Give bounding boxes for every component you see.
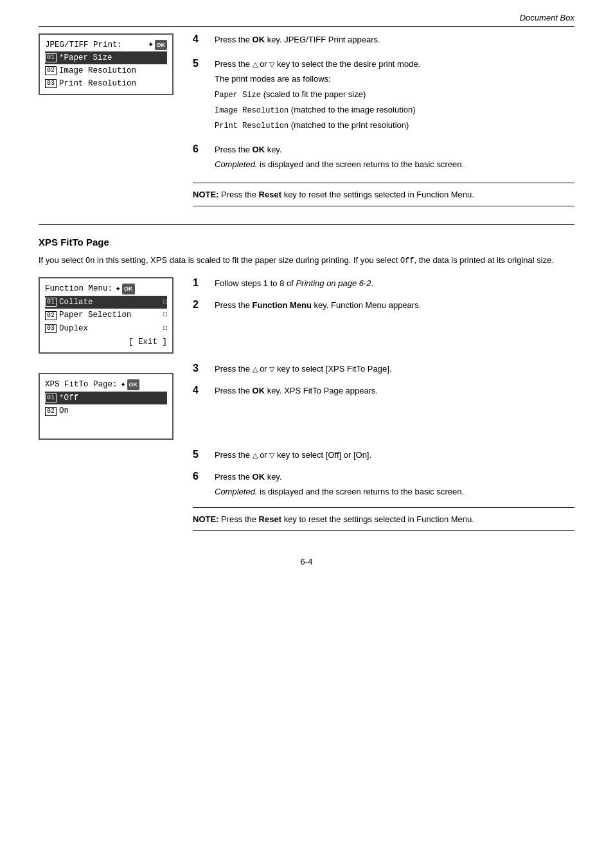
step-5: 5 Press the △ or ▽ key to select the the… <box>193 58 574 134</box>
xps-row-label-1: *Off <box>59 392 78 405</box>
func-row-label-3: Duplex <box>59 322 88 336</box>
step-5-text: Press the △ or ▽ key to select the the d… <box>215 58 574 71</box>
xps-row-label-2: On <box>59 404 69 418</box>
jpeg-steps: 4 Press the OK key. JPEG/TIFF Print appe… <box>193 33 574 213</box>
func-row-label-2: Paper Selection <box>59 309 132 322</box>
func-row-2: 02 Paper Selection □ <box>45 309 167 322</box>
xps-note-text: Press the Reset key to reset the setting… <box>221 514 474 524</box>
xps-step-6: 6 Press the OK key. Completed. is displa… <box>193 471 574 501</box>
row-label-2: Image Resolution <box>59 64 136 77</box>
xps-middle-row: XPS FitTo Page: ✦ OK 01 *Off 02 On <box>39 363 574 440</box>
lcd-header-row: JPEG/TIFF Print: ✦ OK <box>45 39 167 51</box>
xps-step-1-body: Follow steps 1 to 8 of Printing on page … <box>215 277 574 293</box>
page-header: Document Box <box>39 13 574 27</box>
xps-steps-56: 5 Press the △ or ▽ key to select [Off] o… <box>193 449 574 538</box>
ok-button-label: OK <box>155 40 168 50</box>
xps-step-5-text: Press the △ or ▽ key to select [Off] or … <box>215 449 574 462</box>
lcd-header-text: JPEG/TIFF Print: <box>45 39 122 51</box>
func-lcd-header-text: Function Menu: <box>45 282 112 296</box>
xps-steps-34: 3 Press the △ or ▽ key to select [XPS Fi… <box>193 363 574 440</box>
xps-step-2-body: Press the Function Menu key. Function Me… <box>215 299 574 314</box>
xps-bottom-left-spacer <box>39 449 173 538</box>
xps-lcd-col: XPS FitTo Page: ✦ OK 01 *Off 02 On <box>39 363 173 440</box>
xps-lcd-header: XPS FitTo Page: ✦ OK <box>45 378 167 392</box>
xps-lcd-header-text: XPS FitTo Page: <box>45 378 118 392</box>
jpeg-tiff-section: JPEG/TIFF Print: ✦ OK 01 *Paper Size 02 … <box>39 33 574 213</box>
xps-row-2: 02 On <box>45 404 167 418</box>
step-6-completed: Completed. is displayed and the screen r… <box>215 158 574 171</box>
xps-step-6-body: Press the OK key. Completed. is displaye… <box>215 471 574 501</box>
xps-step-4: 4 Press the OK key. XPS FitTo Page appea… <box>193 384 574 400</box>
func-row-num-1: 01 <box>45 298 57 307</box>
page-container: Document Box JPEG/TIFF Print: ✦ OK 01 *P… <box>0 0 613 868</box>
step-5-body: Press the △ or ▽ key to select the the d… <box>215 58 574 134</box>
xps-step-4-text: Press the OK key. XPS FitTo Page appears… <box>215 384 574 397</box>
xps-step-1-text: Follow steps 1 to 8 of Printing on page … <box>215 277 574 290</box>
xps-row-1: 01 *Off <box>45 392 167 405</box>
xps-ok-badge: ✦ OK <box>120 379 140 390</box>
ok-badge: ✦ OK <box>148 39 168 51</box>
xps-step-4-num: 4 <box>193 384 207 400</box>
xps-note-label: NOTE: <box>193 514 218 524</box>
step-4-body: Press the OK key. JPEG/TIFF Print appear… <box>215 33 574 49</box>
xps-row-num-2: 02 <box>45 407 57 416</box>
xps-step-6-completed: Completed. is displayed and the screen r… <box>215 485 574 498</box>
func-checkbox-3: □ <box>163 323 167 334</box>
xps-step-3-body: Press the △ or ▽ key to select [XPS FitT… <box>215 363 574 378</box>
jpeg-note-box: NOTE: Press the Reset key to reset the s… <box>193 183 574 207</box>
xps-step-5-body: Press the △ or ▽ key to select [Off] or … <box>215 449 574 464</box>
xps-step-2: 2 Press the Function Menu key. Function … <box>193 299 574 314</box>
step-5-num: 5 <box>193 58 207 134</box>
step-5-extra-3: Print Resolution (matched to the print r… <box>215 119 574 132</box>
func-row-num-2: 02 <box>45 311 57 320</box>
xps-bottom-row: 5 Press the △ or ▽ key to select [Off] o… <box>39 449 574 538</box>
xps-intro: If you select On in this setting, XPS da… <box>39 254 574 267</box>
xps-step-5: 5 Press the △ or ▽ key to select [Off] o… <box>193 449 574 464</box>
header-title: Document Box <box>520 13 574 23</box>
xps-step-6-text: Press the OK key. <box>215 471 574 484</box>
func-row-1: 01 Collate □ <box>45 296 167 309</box>
row-label-1: *Paper Size <box>59 51 112 64</box>
page-footer: 6-4 <box>39 557 574 566</box>
lcd-row-2: 02 Image Resolution <box>45 64 167 77</box>
xps-step-3-num: 3 <box>193 363 207 378</box>
lcd-row-3: 03 Print Resolution <box>45 77 167 90</box>
func-ok-label: OK <box>122 284 135 294</box>
xps-step-3: 3 Press the △ or ▽ key to select [XPS Fi… <box>193 363 574 378</box>
xps-fittopage-lcd: XPS FitTo Page: ✦ OK 01 *Off 02 On <box>39 373 173 440</box>
func-row-3: 03 Duplex □ <box>45 322 167 336</box>
function-menu-col: Function Menu: ✦ OK 01 Collate □ 02 Pape… <box>39 277 173 354</box>
note-label: NOTE: <box>193 190 218 199</box>
xps-step-1-num: 1 <box>193 277 207 293</box>
jpeg-lcd-column: JPEG/TIFF Print: ✦ OK 01 *Paper Size 02 … <box>39 33 173 213</box>
step-5-extra-1: Paper Size (scaled to fit the paper size… <box>215 88 574 101</box>
step-5-extra-2: Image Resolution (matched to the image r… <box>215 104 574 116</box>
func-ok-badge: ✦ OK <box>115 283 135 294</box>
xps-step-1: 1 Follow steps 1 to 8 of Printing on pag… <box>193 277 574 293</box>
xps-ok-label: OK <box>127 379 140 390</box>
row-label-3: Print Resolution <box>59 77 136 90</box>
page-number: 6-4 <box>301 557 313 566</box>
lcd-row-1: 01 *Paper Size <box>45 51 167 64</box>
row-num-2: 02 <box>45 66 57 75</box>
func-checkbox-1: □ <box>163 297 167 308</box>
step-6-body: Press the OK key. Completed. is displaye… <box>215 143 574 174</box>
arrow-icon: ✦ <box>148 39 154 51</box>
jpeg-lcd-box: JPEG/TIFF Print: ✦ OK 01 *Paper Size 02 … <box>39 33 173 95</box>
xps-step-2-num: 2 <box>193 299 207 314</box>
func-lcd-header: Function Menu: ✦ OK <box>45 282 167 296</box>
func-exit-row: [ Exit ] <box>45 336 167 349</box>
xps-top-row: Function Menu: ✦ OK 01 Collate □ 02 Pape… <box>39 277 574 354</box>
step-6: 6 Press the OK key. Completed. is displa… <box>193 143 574 174</box>
xps-step-6-num: 6 <box>193 471 207 501</box>
func-row-num-3: 03 <box>45 324 57 333</box>
xps-steps-right: 1 Follow steps 1 to 8 of Printing on pag… <box>193 277 574 354</box>
note-text: Press the Reset key to reset the setting… <box>221 190 474 199</box>
row-num-1: 01 <box>45 53 57 62</box>
step-6-num: 6 <box>193 143 207 174</box>
xps-note-box: NOTE: Press the Reset key to reset the s… <box>193 507 574 532</box>
step-4-text: Press the OK key. JPEG/TIFF Print appear… <box>215 33 574 46</box>
step-5-extra-intro: The print modes are as follows: <box>215 73 574 86</box>
xps-step-3-text: Press the △ or ▽ key to select [XPS FitT… <box>215 363 574 375</box>
step-4: 4 Press the OK key. JPEG/TIFF Print appe… <box>193 33 574 49</box>
